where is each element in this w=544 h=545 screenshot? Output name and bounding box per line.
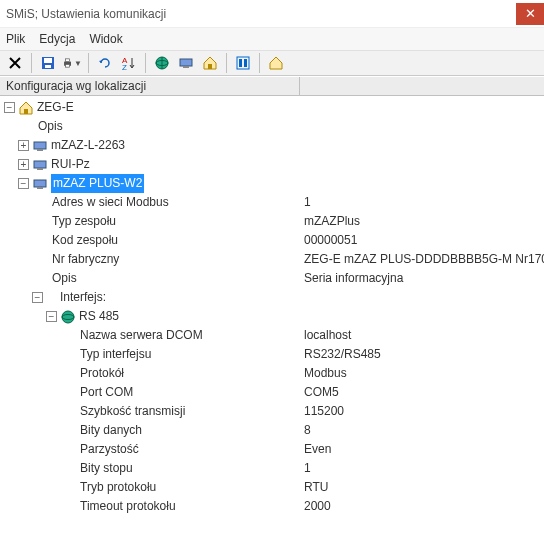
property-value: localhost: [300, 326, 544, 345]
property-value: RS232/RS485: [300, 345, 544, 364]
property-row[interactable]: Szybkość transmisji115200: [4, 402, 544, 421]
toolbar-separator: [31, 53, 32, 73]
property-key: Typ interfejsu: [80, 345, 151, 364]
svg-rect-22: [37, 187, 43, 189]
sort-button[interactable]: AZ: [118, 52, 140, 74]
property-value: Modbus: [300, 364, 544, 383]
undo-button[interactable]: [94, 52, 116, 74]
delete-icon: [7, 55, 23, 71]
tree-node-rs485[interactable]: − RS 485: [4, 307, 544, 326]
menu-edit[interactable]: Edycja: [39, 32, 75, 46]
property-value: 2000: [300, 497, 544, 516]
svg-rect-21: [34, 180, 46, 187]
expander-minus-icon[interactable]: −: [32, 292, 43, 303]
tree-node-root[interactable]: − ZEG-E: [4, 98, 544, 117]
tree-leaf-label: Opis: [38, 117, 63, 136]
svg-rect-14: [239, 59, 242, 67]
column-header-right: [300, 77, 544, 95]
property-value: ZEG-E mZAZ PLUS-DDDDBBBB5G-M Nr170002: [300, 250, 544, 269]
property-value: COM5: [300, 383, 544, 402]
property-key: Nazwa serwera DCOM: [80, 326, 203, 345]
tree-node-label: Interfejs:: [60, 288, 106, 307]
close-button[interactable]: ✕: [516, 3, 544, 25]
print-button[interactable]: ▼: [61, 52, 83, 74]
property-row[interactable]: Typ zespołumZAZPlus: [4, 212, 544, 231]
sort-icon: AZ: [121, 55, 137, 71]
property-key: Parzystość: [80, 440, 139, 459]
property-row[interactable]: Adres w sieci Modbus1: [4, 193, 544, 212]
svg-rect-19: [34, 161, 46, 168]
menu-view[interactable]: Widok: [89, 32, 122, 46]
close-icon: ✕: [525, 6, 536, 21]
home-alt-icon: [268, 55, 284, 71]
svg-rect-17: [34, 142, 46, 149]
tree-leaf-opis[interactable]: Opis: [4, 117, 544, 136]
device-icon: [32, 157, 48, 173]
property-key: Port COM: [80, 383, 133, 402]
menubar: Plik Edycja Widok: [0, 28, 544, 50]
expander-plus-icon[interactable]: +: [18, 140, 29, 151]
svg-rect-2: [45, 65, 51, 68]
network-icon: [60, 309, 76, 325]
property-row[interactable]: Bity stopu1: [4, 459, 544, 478]
tree-node-device[interactable]: + mZAZ-L-2263: [4, 136, 544, 155]
property-row[interactable]: Bity danych8: [4, 421, 544, 440]
property-value: 8: [300, 421, 544, 440]
property-key: Opis: [52, 269, 77, 288]
svg-rect-10: [180, 59, 192, 66]
svg-rect-13: [237, 57, 249, 69]
titlebar: SMiS; Ustawienia komunikacji ✕: [0, 0, 544, 28]
device-icon: [32, 138, 48, 154]
svg-rect-4: [65, 59, 69, 62]
expander-plus-icon[interactable]: +: [18, 159, 29, 170]
property-key: Timeout protokołu: [80, 497, 176, 516]
property-row[interactable]: Tryb protokołuRTU: [4, 478, 544, 497]
svg-rect-16: [24, 109, 28, 114]
property-value: Seria informacyjna: [300, 269, 544, 288]
property-key: Nr fabryczny: [52, 250, 119, 269]
property-row[interactable]: OpisSeria informacyjna: [4, 269, 544, 288]
device-button[interactable]: [175, 52, 197, 74]
property-row[interactable]: Typ interfejsuRS232/RS485: [4, 345, 544, 364]
tree-node-device-selected[interactable]: − mZAZ PLUS-W2: [4, 174, 544, 193]
globe-button[interactable]: [151, 52, 173, 74]
tree-node-label: mZAZ PLUS-W2: [51, 174, 144, 193]
svg-text:Z: Z: [122, 63, 127, 71]
property-value: 115200: [300, 402, 544, 421]
property-key: Protokół: [80, 364, 124, 383]
toolbar: ▼ AZ: [0, 50, 544, 76]
svg-rect-18: [37, 149, 43, 151]
column-header-left: Konfiguracja wg lokalizacji: [0, 77, 300, 95]
expander-minus-icon[interactable]: −: [46, 311, 57, 322]
home2-button[interactable]: [265, 52, 287, 74]
property-row[interactable]: ProtokółModbus: [4, 364, 544, 383]
tree-node-device[interactable]: + RUI-Pz: [4, 155, 544, 174]
property-key: Kod zespołu: [52, 231, 118, 250]
tree-node-label: ZEG-E: [37, 98, 74, 117]
layout-button[interactable]: [232, 52, 254, 74]
property-row[interactable]: Kod zespołu00000051: [4, 231, 544, 250]
undo-icon: [97, 55, 113, 71]
toolbar-separator: [259, 53, 260, 73]
menu-file[interactable]: Plik: [6, 32, 25, 46]
home-button[interactable]: [199, 52, 221, 74]
expander-minus-icon[interactable]: −: [18, 178, 29, 189]
property-row[interactable]: Nazwa serwera DCOMlocalhost: [4, 326, 544, 345]
expander-minus-icon[interactable]: −: [4, 102, 15, 113]
svg-rect-20: [37, 168, 43, 170]
save-button[interactable]: [37, 52, 59, 74]
property-row[interactable]: Timeout protokołu2000: [4, 497, 544, 516]
window-title: SMiS; Ustawienia komunikacji: [6, 7, 166, 21]
property-key: Bity stopu: [80, 459, 133, 478]
save-icon: [40, 55, 56, 71]
property-row[interactable]: Nr fabrycznyZEG-E mZAZ PLUS-DDDDBBBB5G-M…: [4, 250, 544, 269]
delete-button[interactable]: [4, 52, 26, 74]
svg-point-23: [62, 311, 74, 323]
device-icon: [178, 55, 194, 71]
property-row[interactable]: ParzystośćEven: [4, 440, 544, 459]
device-icon: [32, 176, 48, 192]
home-icon: [202, 55, 218, 71]
property-row[interactable]: Port COMCOM5: [4, 383, 544, 402]
tree-node-interface[interactable]: − Interfejs:: [4, 288, 544, 307]
globe-icon: [154, 55, 170, 71]
